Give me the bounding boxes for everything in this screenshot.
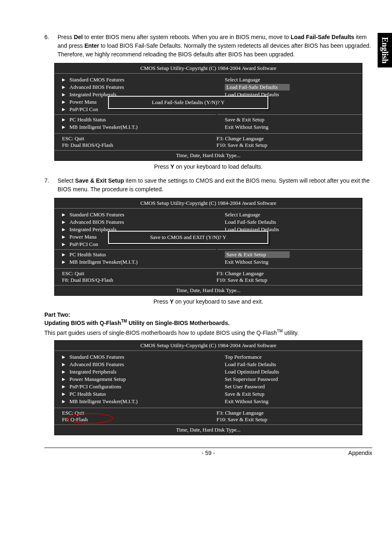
triangle-icon: ▶ (62, 118, 65, 122)
triangle-icon: ▶ (62, 392, 65, 396)
text: to load BIOS Fail-Safe Defaults. Normall… (58, 42, 371, 58)
footer-hint: ESC: Quit (62, 135, 200, 142)
divider (55, 114, 216, 115)
confirm-dialog: Save to CMOS and EXIT (Y/N)? Y (108, 231, 268, 244)
triangle-icon: ▶ (62, 213, 65, 217)
bios-menu-item-selected: Save & Exit Setup (225, 251, 355, 258)
label: Load Optimized Defaults (225, 369, 279, 375)
footer-hint: F8: Dual BIOS/Q-Flash (62, 277, 200, 283)
label: Save & Exit Setup (225, 391, 264, 397)
bios-menu-item: Select Language (225, 76, 355, 84)
triangle-icon: ▶ (62, 260, 65, 264)
label: Power Mana (69, 234, 97, 240)
bios-menu-item: ▶PC Health Status (62, 251, 208, 258)
label: Set Supervisor Password (225, 376, 278, 383)
bios-menu-item: Exit Without Saving (225, 398, 355, 405)
label: MB Intelligent Tweaker(M.I.T.) (69, 259, 138, 265)
bios-title: CMOS Setup Utility-Copyright (C) 1984-20… (55, 341, 362, 351)
text: Updating BIOS with Q-Flash (44, 320, 121, 326)
bios-menu-item: Exit Without Saving (225, 258, 355, 266)
part-two-subheading: Updating BIOS with Q-FlashTM Utility on … (44, 319, 372, 326)
bios-menu-item: Set User Password (225, 383, 355, 390)
footer-hint: F10: Save & Exit Setup (217, 416, 355, 423)
label: Integrated Peripherals (69, 369, 116, 375)
label: Exit Without Saving (225, 398, 268, 405)
footer-hint: F10: Save & Exit Setup (217, 277, 355, 283)
bios-menu-item: ▶PnP/PCI Configurations (62, 383, 208, 390)
footer-hint: F3: Change Language (217, 135, 355, 142)
divider (55, 249, 216, 250)
triangle-icon: ▶ (62, 253, 65, 257)
bios-menu-item: Save & Exit Setup (225, 390, 355, 398)
bios-screenshot-2: CMOS Setup Utility-Copyright (C) 1984-20… (54, 198, 362, 296)
bios-title: CMOS Setup Utility-Copyright (C) 1984-20… (55, 63, 362, 74)
step-number: 6. (44, 33, 58, 59)
label: Standard CMOS Features (69, 77, 125, 83)
page-footer: - 59 - Appendix (44, 448, 372, 456)
bios-menu-item: ▶PC Health Status (62, 116, 208, 123)
triangle-icon: ▶ (62, 362, 65, 367)
label: Load Fail-Safe Defaults (225, 361, 276, 368)
text: Press (58, 34, 74, 40)
label: Exit Without Saving (225, 259, 268, 265)
text: to enter BIOS menu after system reboots.… (83, 34, 291, 40)
footer-hint: F10: Save & Exit Setup (217, 142, 355, 149)
footer-hint: F3: Change Language (217, 270, 355, 277)
triangle-icon: ▶ (62, 100, 65, 104)
triangle-icon: ▶ (62, 85, 65, 89)
enter-key: Enter (84, 42, 99, 49)
text: Press (154, 163, 171, 170)
bios-menu-item: ▶MB Intelligent Tweaker(M.I.T.) (62, 123, 208, 131)
step-text: Select Save & Exit Setup item to save th… (58, 176, 372, 194)
text: Press (154, 298, 170, 305)
bios-screenshot-1: CMOS Setup Utility-Copyright (C) 1984-20… (54, 63, 362, 161)
label: PC Health Status (69, 391, 106, 397)
label: MB Intelligent Tweaker(M.I.T.) (69, 398, 138, 405)
bios-menu-item: ▶Advanced BIOS Features (62, 218, 208, 226)
bios-menu-item: ▶Standard CMOS Features (62, 211, 208, 218)
label: Advanced BIOS Features (69, 84, 124, 91)
step-number: 7. (44, 176, 58, 194)
label: Exit Without Saving (225, 124, 268, 130)
label: PnP/PCI Configurations (69, 383, 121, 390)
triangle-icon: ▶ (62, 235, 65, 239)
triangle-icon: ▶ (62, 107, 65, 111)
language-tab: English (378, 33, 392, 67)
bios-menu-item: Load Optimized Defaults (225, 368, 355, 376)
label: Advanced BIOS Features (69, 361, 124, 368)
bios-menu-item: ▶Advanced BIOS Features (62, 84, 208, 91)
label: PC Health Status (69, 251, 106, 258)
caption: Press Y on your keyboard to load default… (54, 163, 362, 170)
label: Select Language (225, 211, 260, 218)
bios-menu-item: Load Fail-Safe Defaults (225, 218, 355, 226)
step-text: Press Del to enter BIOS menu after syste… (58, 33, 372, 59)
ses-label: Save & Exit Setup (75, 177, 124, 184)
triangle-icon: ▶ (62, 93, 65, 97)
triangle-icon: ▶ (62, 125, 65, 129)
label: Power Mana (69, 99, 97, 105)
bios-menu-item: ▶Advanced BIOS Features (62, 361, 208, 368)
bios-menu-item: Load Fail-Safe Defaults (225, 361, 355, 368)
label: PC Health Status (69, 116, 106, 123)
bios-footer: ESC: Quit F8: Dual BIOS/Q-Flash F3: Chan… (55, 268, 362, 285)
bios-menu-item: Top Performance (225, 353, 355, 361)
label: Save & Exit Setup (225, 116, 264, 123)
bios-title: CMOS Setup Utility-Copyright (C) 1984-20… (55, 198, 362, 209)
bios-menu-item: ▶Standard CMOS Features (62, 353, 208, 361)
label: Top Performance (225, 354, 262, 360)
bios-menu-item: Select Language (225, 211, 355, 218)
bios-menu-item: Set Supervisor Password (225, 376, 355, 383)
bios-menu-item: ▶MB Intelligent Tweaker(M.I.T.) (62, 398, 208, 405)
text: on your keyboard to save and exit. (174, 298, 263, 305)
triangle-icon: ▶ (62, 377, 65, 381)
label: Advanced BIOS Features (69, 219, 124, 225)
del-key: Del (74, 34, 83, 40)
bios-help-bar: Time, Date, Hard Disk Type... (55, 285, 362, 295)
text: Utility on Single-BIOS Motherboards. (127, 320, 230, 326)
page-number: - 59 - (44, 450, 372, 456)
bios-footer: ESC: Quit F8: Q-Flash F3: Change Languag… (55, 408, 362, 425)
divider (217, 249, 362, 250)
triangle-icon: ▶ (62, 355, 65, 359)
bios-menu-item: ▶Power Management Setup (62, 376, 208, 383)
text: Select (58, 177, 75, 184)
